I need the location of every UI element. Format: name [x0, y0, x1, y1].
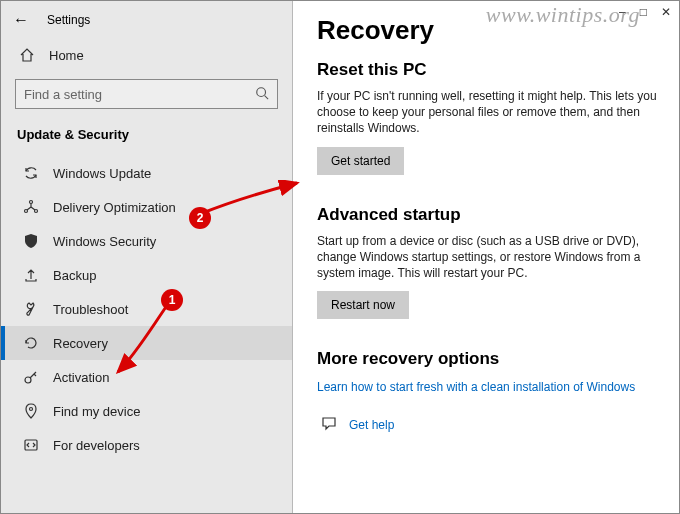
maximize-icon[interactable]: □: [640, 5, 647, 19]
wrench-icon: [23, 301, 39, 317]
sync-icon: [23, 165, 39, 181]
nav-label: Activation: [53, 370, 109, 385]
titlebar: ← Settings: [1, 7, 292, 37]
sidebar-item-backup[interactable]: Backup: [1, 258, 292, 292]
key-icon: [23, 369, 39, 385]
sidebar-item-home[interactable]: Home: [1, 37, 292, 75]
sidebar-item-for-developers[interactable]: For developers: [1, 428, 292, 462]
reset-body: If your PC isn't running well, resetting…: [317, 88, 659, 137]
minimize-icon[interactable]: –: [619, 5, 626, 19]
sidebar: ← Settings Home Update & Security Window…: [1, 1, 293, 513]
page-title: Recovery: [317, 15, 659, 46]
restart-now-button[interactable]: Restart now: [317, 291, 409, 319]
svg-point-0: [257, 87, 266, 96]
reset-heading: Reset this PC: [317, 60, 659, 80]
nav-label: Windows Security: [53, 234, 156, 249]
fresh-start-link[interactable]: Learn how to start fresh with a clean in…: [317, 380, 635, 394]
sidebar-item-activation[interactable]: Activation: [1, 360, 292, 394]
nav-label: Recovery: [53, 336, 108, 351]
delivery-icon: [23, 199, 39, 215]
search-input-container[interactable]: [15, 79, 278, 109]
more-heading: More recovery options: [317, 349, 659, 369]
nav-label: Troubleshoot: [53, 302, 128, 317]
nav-label: For developers: [53, 438, 140, 453]
search-icon: [255, 86, 269, 103]
get-help-row[interactable]: Get help: [317, 415, 659, 434]
sidebar-item-troubleshoot[interactable]: Troubleshoot: [1, 292, 292, 326]
home-label: Home: [49, 48, 84, 63]
advanced-heading: Advanced startup: [317, 205, 659, 225]
nav-label: Windows Update: [53, 166, 151, 181]
sidebar-item-windows-security[interactable]: Windows Security: [1, 224, 292, 258]
nav-label: Delivery Optimization: [53, 200, 176, 215]
content-pane: – □ ✕ Recovery Reset this PC If your PC …: [293, 1, 679, 513]
nav-label: Find my device: [53, 404, 140, 419]
location-icon: [23, 403, 39, 419]
back-arrow-icon[interactable]: ←: [13, 11, 29, 29]
sidebar-item-find-my-device[interactable]: Find my device: [1, 394, 292, 428]
get-started-button[interactable]: Get started: [317, 147, 404, 175]
svg-point-6: [30, 408, 33, 411]
advanced-body: Start up from a device or disc (such as …: [317, 233, 659, 282]
chat-icon: [321, 415, 337, 434]
code-icon: [23, 437, 39, 453]
shield-icon: [23, 233, 39, 249]
sidebar-item-windows-update[interactable]: Windows Update: [1, 156, 292, 190]
section-heading: Update & Security: [1, 123, 292, 156]
svg-point-2: [30, 201, 33, 204]
recovery-icon: [23, 335, 39, 351]
close-icon[interactable]: ✕: [661, 5, 671, 19]
get-help-label: Get help: [349, 418, 394, 432]
backup-icon: [23, 267, 39, 283]
app-title: Settings: [47, 13, 90, 27]
window-controls: – □ ✕: [619, 5, 671, 19]
search-input[interactable]: [24, 87, 255, 102]
sidebar-item-recovery[interactable]: Recovery: [1, 326, 292, 360]
home-icon: [19, 47, 35, 63]
svg-line-1: [265, 95, 269, 99]
nav-label: Backup: [53, 268, 96, 283]
sidebar-item-delivery-optimization[interactable]: Delivery Optimization: [1, 190, 292, 224]
